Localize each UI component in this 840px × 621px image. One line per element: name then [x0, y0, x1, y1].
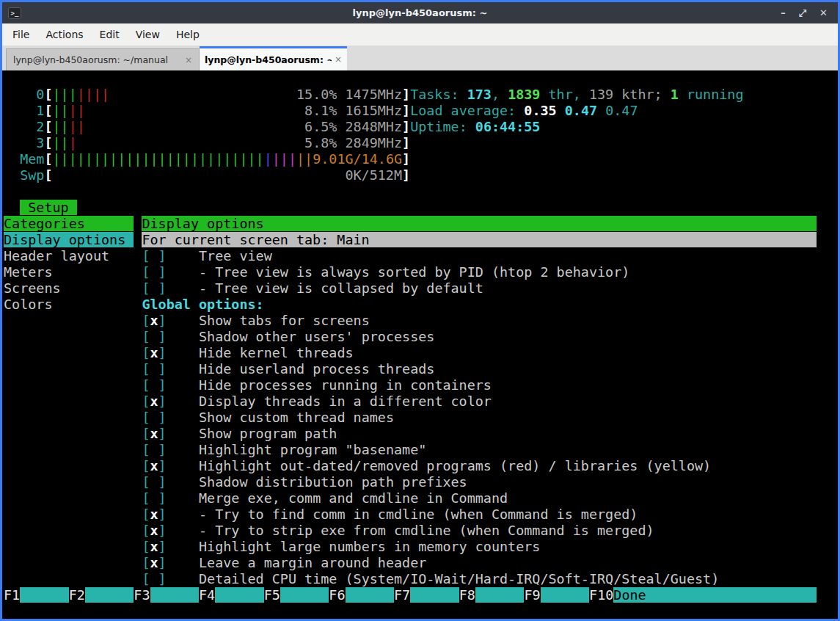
category-header-layout[interactable]: Header layout — [4, 248, 134, 264]
fkey-f1[interactable]: F1 — [4, 587, 20, 603]
option-label[interactable]: Merge exe, comm and cmdline in Command — [199, 490, 508, 506]
checkbox[interactable]: ] — [158, 313, 167, 328]
fkey-f2[interactable]: F2 — [69, 587, 85, 603]
checkbox-mark[interactable] — [150, 571, 158, 586]
maximize-button[interactable]: ⤢ — [799, 8, 806, 18]
minimize-button[interactable]: – — [781, 8, 786, 18]
category-display-options[interactable]: Display options — [4, 232, 134, 247]
checkbox[interactable]: [ — [142, 458, 150, 473]
option-label[interactable]: Show tabs for screens — [199, 313, 370, 328]
checkbox[interactable]: [ — [142, 313, 150, 328]
fkey-f10[interactable]: F10 — [589, 587, 613, 603]
checkbox[interactable]: ] — [158, 506, 167, 522]
checkbox[interactable]: ] — [158, 490, 167, 506]
fkey-label-f7[interactable] — [410, 587, 459, 603]
checkbox-mark[interactable]: x — [150, 426, 158, 441]
checkbox-mark[interactable] — [150, 474, 158, 490]
checkbox[interactable]: ] — [158, 377, 167, 393]
checkbox-mark[interactable] — [150, 329, 158, 344]
checkbox[interactable]: [ — [142, 329, 150, 344]
fkey-f5[interactable]: F5 — [264, 587, 280, 603]
checkbox-mark[interactable] — [150, 280, 158, 296]
checkbox[interactable]: [ — [142, 555, 150, 570]
fkey-label-f2[interactable] — [85, 587, 134, 603]
close-button[interactable]: ✕ — [819, 8, 828, 18]
checkbox[interactable]: [ — [142, 410, 150, 425]
checkbox-mark[interactable] — [150, 410, 158, 425]
checkbox[interactable]: [ — [142, 426, 150, 441]
fkey-label-f1[interactable] — [20, 587, 69, 603]
option-label[interactable]: - Tree view is always sorted by PID (hto… — [199, 264, 629, 280]
option-label[interactable]: Detailed CPU time (System/IO-Wait/Hard-I… — [199, 571, 719, 586]
checkbox[interactable]: [ — [142, 539, 150, 554]
option-label[interactable]: Hide userland process threads — [199, 361, 434, 377]
menu-view[interactable]: View — [128, 26, 168, 43]
checkbox[interactable]: ] — [158, 458, 167, 473]
checkbox[interactable]: [ — [142, 377, 150, 393]
menu-file[interactable]: File — [4, 26, 37, 43]
option-label[interactable]: Shadow other users' processes — [199, 329, 434, 344]
checkbox[interactable]: ] — [158, 555, 167, 570]
option-label[interactable]: Shadow distribution path prefixes — [199, 474, 467, 490]
fkey-label-f4[interactable] — [215, 587, 264, 603]
fkey-label-f10[interactable]: Done — [613, 587, 817, 603]
checkbox[interactable]: [ — [142, 506, 150, 522]
checkbox[interactable]: ] — [158, 539, 167, 554]
terminal-tab-2[interactable]: lynp@lyn-b450aorusm: ~× — [200, 46, 347, 70]
checkbox[interactable]: ] — [158, 345, 167, 360]
checkbox-mark[interactable]: x — [150, 506, 158, 522]
option-label[interactable]: - Try to strip exe from cmdline (when Co… — [199, 523, 654, 538]
checkbox-mark[interactable]: x — [150, 539, 158, 554]
checkbox-mark[interactable] — [150, 264, 158, 280]
checkbox[interactable]: [ — [142, 474, 150, 490]
checkbox-mark[interactable]: x — [150, 313, 158, 328]
checkbox[interactable]: ] — [158, 571, 167, 586]
option-label[interactable]: Display threads in a different color — [199, 393, 492, 409]
tab-close-icon[interactable]: × — [332, 54, 342, 65]
fkey-label-f8[interactable] — [475, 587, 525, 603]
option-label[interactable]: Show program path — [199, 426, 337, 441]
checkbox[interactable]: ] — [158, 442, 167, 457]
setup-tab[interactable]: Setup — [20, 200, 77, 215]
option-label[interactable]: Leave a margin around header — [199, 555, 426, 570]
checkbox-mark[interactable] — [150, 490, 158, 506]
checkbox[interactable]: [ — [142, 361, 150, 377]
menu-edit[interactable]: Edit — [92, 26, 128, 43]
tab-close-icon[interactable]: × — [182, 55, 192, 65]
checkbox[interactable]: ] — [158, 361, 167, 377]
fkey-f6[interactable]: F6 — [329, 587, 345, 603]
checkbox-mark[interactable]: x — [150, 345, 158, 360]
checkbox[interactable]: [ — [142, 393, 150, 409]
option-label[interactable]: Hide kernel threads — [199, 345, 354, 360]
fkey-f4[interactable]: F4 — [199, 587, 215, 603]
category-screens[interactable]: Screens — [4, 280, 134, 296]
option-label[interactable]: Show custom thread names — [199, 410, 394, 425]
fkey-label-f6[interactable] — [346, 587, 395, 603]
checkbox[interactable]: ] — [158, 523, 167, 538]
fkey-f3[interactable]: F3 — [134, 587, 150, 603]
option-label[interactable]: Highlight program "basename" — [199, 442, 426, 457]
checkbox[interactable]: ] — [158, 329, 167, 344]
checkbox-mark[interactable]: x — [150, 458, 158, 473]
menu-help[interactable]: Help — [168, 26, 208, 43]
checkbox-mark[interactable] — [150, 442, 158, 457]
fkey-f8[interactable]: F8 — [459, 587, 475, 603]
checkbox-mark[interactable] — [150, 361, 158, 377]
option-label[interactable]: Highlight out-dated/removed programs (re… — [199, 458, 711, 473]
checkbox[interactable]: [ — [142, 248, 150, 264]
checkbox[interactable]: ] — [158, 248, 167, 264]
category-meters[interactable]: Meters — [4, 264, 134, 280]
fkey-label-f3[interactable] — [150, 587, 200, 603]
checkbox[interactable]: [ — [142, 345, 150, 360]
terminal-tab-1[interactable]: lynp@lyn-b450aorusm: ~/manual× — [6, 48, 200, 70]
option-label[interactable]: - Try to find comm in cmdline (when Comm… — [199, 506, 638, 522]
checkbox[interactable]: [ — [142, 523, 150, 538]
fkey-f9[interactable]: F9 — [524, 587, 540, 603]
checkbox[interactable]: [ — [142, 571, 150, 586]
checkbox-mark[interactable]: x — [150, 555, 158, 570]
fkey-f7[interactable]: F7 — [394, 587, 410, 603]
checkbox[interactable]: ] — [158, 280, 167, 296]
category-colors[interactable]: Colors — [4, 297, 134, 312]
fkey-label-f5[interactable] — [280, 587, 329, 603]
option-label[interactable]: - Tree view is collapsed by default — [199, 280, 483, 296]
